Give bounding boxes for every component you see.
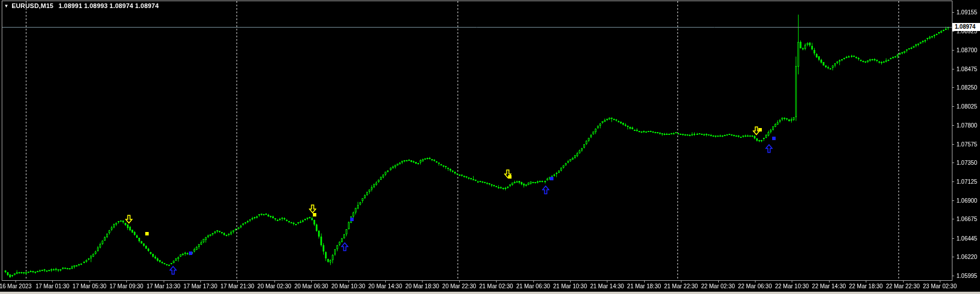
time-axis-label: 22 Mar 02:30 [701, 283, 735, 289]
time-axis-label: 20 Mar 10:30 [331, 283, 365, 289]
time-axis-label: 23 Mar 02:30 [923, 283, 957, 289]
price-axis-label: 1.07800 [956, 122, 977, 128]
price-axis-label: 1.06675 [956, 216, 977, 222]
window-bottom-edge [0, 292, 980, 294]
buy-signal-arrow-icon [542, 185, 549, 195]
time-axis-label: 17 Mar 13:30 [146, 283, 180, 289]
time-axis-label: 22 Mar 22:30 [886, 283, 920, 289]
time-axis-label: 20 Mar 06:30 [295, 283, 328, 289]
sell-signal-dot [145, 232, 149, 235]
time-axis-label: 21 Mar 14:30 [590, 283, 624, 289]
price-axis-label: 1.05995 [956, 273, 977, 279]
time-axis-label: 21 Mar 18:30 [627, 283, 661, 289]
time-axis-label: 22 Mar 18:30 [849, 283, 883, 289]
time-axis-label: 20 Mar 14:30 [369, 283, 402, 289]
ohlc-quote: 1.08991 1.08993 1.08974 1.08974 [59, 2, 158, 9]
time-axis-label: 21 Mar 06:30 [516, 283, 550, 289]
time-axis-label: 21 Mar 22:30 [664, 283, 698, 289]
price-axis-label: 1.08475 [956, 65, 977, 72]
buy-signal-arrow-icon [169, 266, 177, 275]
buy-signal-dot [550, 177, 553, 180]
price-axis-label: 1.09155 [956, 9, 977, 16]
sell-signal-arrow-icon [125, 215, 133, 224]
sell-signal-dot [313, 213, 316, 216]
price-chart-canvas[interactable] [0, 0, 980, 294]
time-axis-label: 22 Mar 10:30 [775, 283, 809, 289]
price-axis-label: 1.08250 [956, 84, 977, 91]
time-axis-label: 21 Mar 10:30 [553, 283, 587, 289]
time-axis-label: 17 Mar 09:30 [110, 283, 144, 289]
chart-title: ▼EURUSD,M151.08991 1.08993 1.08974 1.089… [4, 2, 158, 9]
time-axis-label: 17 Mar 05:30 [72, 283, 106, 289]
buy-signal-dot [350, 218, 354, 221]
price-axis-label: 1.06900 [956, 197, 977, 203]
mt4-chart-window: ▼EURUSD,M151.08991 1.08993 1.08974 1.089… [0, 0, 980, 294]
symbol-dropdown-icon[interactable]: ▼ [4, 3, 9, 9]
price-axis-label: 1.07125 [956, 178, 977, 184]
price-axis-label: 1.08700 [956, 47, 977, 53]
price-axis-label: 1.06220 [956, 254, 977, 260]
time-axis-label: 21 Mar 02:30 [479, 283, 513, 289]
time-axis-label: 17 Mar 21:30 [220, 283, 254, 289]
time-axis-label: 17 Mar 17:30 [184, 283, 218, 289]
time-axis-label: 17 Mar 01:30 [36, 283, 69, 289]
buy-signal-arrow-icon [341, 242, 348, 252]
price-axis-label: 1.06445 [956, 235, 977, 241]
price-axis-label: 1.08025 [956, 103, 977, 110]
time-axis-label: 20 Mar 02:30 [257, 283, 291, 289]
time-axis-label: 16 Mar 2023 [0, 283, 32, 289]
time-axis-label: 22 Mar 06:30 [738, 283, 772, 289]
current-price-tag: 1.08974 [952, 23, 980, 31]
buy-signal-arrow-icon [765, 144, 773, 153]
time-axis-label: 20 Mar 22:30 [442, 283, 476, 289]
buy-signal-dot [189, 252, 192, 255]
sell-signal-dot [758, 128, 762, 131]
buy-signal-dot [772, 137, 776, 140]
sell-signal-dot [508, 175, 512, 179]
time-axis-label: 22 Mar 14:30 [812, 283, 846, 289]
time-axis-label: 20 Mar 18:30 [405, 283, 439, 289]
price-axis-label: 1.07350 [956, 160, 977, 166]
sell-signal-arrow-icon [309, 204, 316, 214]
price-axis-label: 1.07575 [956, 141, 977, 147]
symbol-timeframe-label: EURUSD,M15 [11, 2, 53, 9]
